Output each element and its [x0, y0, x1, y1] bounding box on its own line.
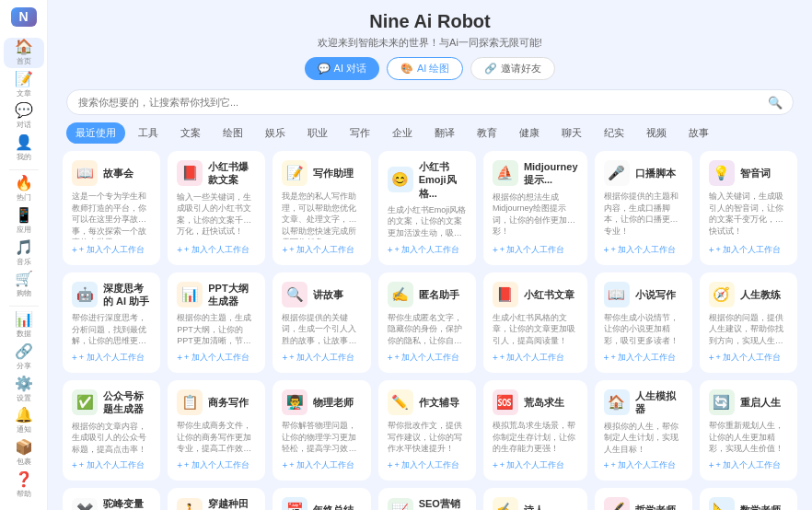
invite-button[interactable]: 🔗 邀请好友	[470, 57, 555, 80]
cat-tab-8[interactable]: 翻译	[425, 122, 464, 144]
card-footer[interactable]: + + 加入个人工作台	[388, 352, 467, 364]
card-20[interactable]: 🔄 重启人生 帮你重新规划人生，让你的人生更加精彩，实现人生价值！ + + 加入…	[700, 380, 797, 481]
card-footer[interactable]: + + 加入个人工作台	[177, 459, 256, 471]
cat-tab-2[interactable]: 文案	[171, 122, 210, 144]
card-footer[interactable]: + + 加入个人工作台	[388, 244, 467, 256]
sidebar-item-notify[interactable]: 🔔 通知	[4, 407, 44, 437]
cat-tab-7[interactable]: 企业	[383, 122, 422, 144]
card-footer[interactable]: + + 加入个人工作台	[604, 352, 683, 364]
card-footer-label: + 加入个人工作台	[79, 352, 145, 364]
card-21[interactable]: ✖️ 驼峰变量名器 帮你生成驼峰变量名，让你的代码更加规范，提高代码质量！ + …	[63, 488, 160, 510]
cat-tab-4[interactable]: 娱乐	[256, 122, 295, 144]
ai-chat-button[interactable]: 💬 AI 对话	[305, 57, 379, 80]
cat-tab-3[interactable]: 绘图	[214, 122, 252, 144]
sidebar-item-shop[interactable]: 🛒 购物	[4, 270, 44, 300]
card-footer[interactable]: + + 加入个人工作台	[72, 352, 151, 364]
cat-tab-6[interactable]: 写作	[341, 122, 379, 144]
card-27[interactable]: 📐 数学老师 帮你解答数学问题，让你的数学学习更加轻松，提高学习效率！ + + …	[700, 488, 797, 510]
card-footer[interactable]: + + 加入个人工作台	[72, 244, 151, 256]
card-10[interactable]: ✍️ 匿名助手 帮你生成匿名文字，隐藏你的身份，保护你的隐私，让你自由表达！ +…	[378, 272, 476, 373]
cat-tab-14[interactable]: 故事	[679, 122, 718, 144]
cat-tab-0[interactable]: 最近使用	[66, 122, 125, 144]
cat-tab-5[interactable]: 职业	[298, 122, 337, 144]
search-input[interactable]	[66, 89, 794, 115]
card-15[interactable]: 📋 商务写作 帮你生成商务文件，让你的商务写作更加专业，提高工作效率！ + + …	[168, 380, 265, 481]
card-4[interactable]: ⛵ Midjourney提示... 根据你的想法生成Midjourney绘图提示…	[483, 151, 587, 265]
sidebar-item-article[interactable]: 📝 文章	[4, 70, 44, 100]
card-icon: 😊	[388, 167, 413, 192]
card-icon: 📅	[282, 497, 307, 510]
card-8[interactable]: 📊 PPT大纲生成器 根据你的主题，生成PPT大纲，让你的PPT更加清晰，节省时…	[168, 272, 265, 373]
card-footer[interactable]: + + 加入个人工作台	[493, 459, 578, 471]
card-25[interactable]: ✍️ 诗人 帮你生成诗歌，让你的文字更加优美，提高文学修养！ + + 加入个人工…	[483, 488, 587, 510]
card-17[interactable]: ✏️ 作文辅导 帮你批改作文，提供写作建议，让你的写作水平快速提升！ + + 加…	[378, 380, 476, 481]
card-5[interactable]: 🎤 口播脚本 根据你提供的主题和内容，生成口播脚本，让你的口播更加专业！ + +…	[595, 151, 692, 265]
card-desc: 根据你的想法生成Midjourney绘图提示词，让你的创作更加精彩！	[493, 191, 578, 239]
card-18[interactable]: 🆘 荒岛求生 模拟荒岛求生场景，帮你制定生存计划，让你的生存能力更强！ + + …	[483, 380, 587, 481]
sidebar-item-app[interactable]: 📱 应用	[4, 206, 44, 237]
card-14[interactable]: ✅ 公众号标题生成器 根据你的文章内容，生成吸引人的公众号标题，提高点击率！ +…	[63, 380, 160, 481]
cat-tab-12[interactable]: 纪实	[595, 122, 633, 144]
card-footer[interactable]: + + 加入个人工作台	[709, 459, 788, 471]
sidebar-item-home[interactable]: 🏠 首页	[4, 38, 44, 68]
cat-tab-13[interactable]: 视频	[637, 122, 676, 144]
card-footer[interactable]: + + 加入个人工作台	[709, 244, 788, 256]
card-3[interactable]: 😊 小红书Emoji风格... 生成小红书Emoji风格的文案，让你的文案更加活…	[378, 151, 476, 265]
sidebar-item-settings[interactable]: ⚙️ 设置	[4, 375, 44, 405]
sidebar-item-pkg[interactable]: 📦 包裹	[4, 438, 44, 469]
card-footer-label: + 加入个人工作台	[79, 459, 145, 471]
card-desc: 我是您的私人写作助理，可以帮助您优化文章、处理文字，可以帮助您快速完成所需写作任…	[282, 191, 361, 239]
cat-tab-11[interactable]: 聊天	[552, 122, 591, 144]
card-footer[interactable]: + + 加入个人工作台	[282, 459, 361, 471]
card-11[interactable]: 📕 小红书文章 生成小红书风格的文章，让你的文章更加吸引人，提高阅读量！ + +…	[483, 272, 587, 373]
card-9[interactable]: 🔍 讲故事 根据你提供的关键词，生成一个引人入胜的故事，让故事情节更加精彩！ +…	[273, 272, 370, 373]
sidebar-item-share[interactable]: 🔗 分享	[4, 342, 44, 373]
card-0[interactable]: 📖 故事会 这是一个专为学生和教师打造的平台，你可以在这里分享故事，每次探索一个…	[63, 151, 160, 265]
sidebar-divider-1	[9, 169, 39, 170]
card-2[interactable]: 📝 写作助理 我是您的私人写作助理，可以帮助您优化文章、处理文字，可以帮助您快速…	[273, 151, 370, 265]
card-24[interactable]: 📈 SEO营销专家 帮你生成SEO文章，让你的网站排名更高，提高流量！ + + …	[378, 488, 476, 510]
plus-icon: +	[493, 353, 498, 363]
card-icon: 📖	[72, 160, 98, 186]
card-footer-label: + 加入个人工作台	[184, 352, 249, 364]
card-footer[interactable]: + + 加入个人工作台	[493, 352, 578, 364]
card-22[interactable]: 🚶 穿越种田模拟 模拟穿越种田场景，帮你制定种田计划，让你的种田生活更加精彩！ …	[168, 488, 265, 510]
card-12[interactable]: 📖 小说写作 帮你生成小说情节，让你的小说更加精彩，吸引更多读者！ + + 加入…	[595, 272, 692, 373]
card-footer[interactable]: + + 加入个人工作台	[604, 459, 683, 471]
sidebar-item-data[interactable]: 📊 数据	[4, 310, 44, 341]
card-footer[interactable]: + + 加入个人工作台	[177, 244, 256, 256]
card-desc: 帮你解答物理问题，让你的物理学习更加轻松，提高学习效率！	[282, 420, 361, 455]
card-6[interactable]: 💡 智音词 输入关键词，生成吸引人的智音词，让你的文案千变万化，赶快试试！ + …	[700, 151, 797, 265]
card-19[interactable]: 🏠 人生模拟器 模拟你的人生，帮你制定人生计划，实现人生目标！ + + 加入个人…	[595, 380, 692, 481]
card-footer[interactable]: + + 加入个人工作台	[177, 352, 256, 364]
card-23[interactable]: 📅 年终总结 帮你生成年终总结，让你的工作更加出色，提高工作效率！ + + 加入…	[273, 488, 370, 510]
card-footer[interactable]: + + 加入个人工作台	[72, 459, 151, 471]
cat-tab-1[interactable]: 工具	[129, 122, 168, 144]
sidebar-item-music[interactable]: 🎵 音乐	[4, 238, 44, 269]
card-footer[interactable]: + + 加入个人工作台	[709, 352, 788, 364]
card-1[interactable]: 📕 小红书爆款文案 输入一些关键词，生成吸引人的小红书文案，让你的文案千变万化，…	[168, 151, 265, 265]
card-13[interactable]: 🧭 人生教练 根据你的问题，提供人生建议，帮助你找到方向，实现人生价值！ + +…	[700, 272, 797, 373]
app-logo: N	[11, 7, 37, 27]
card-16[interactable]: 👨‍🏫 物理老师 帮你解答物理问题，让你的物理学习更加轻松，提高学习效率！ + …	[273, 380, 370, 481]
card-footer[interactable]: + + 加入个人工作台	[282, 244, 361, 256]
card-26[interactable]: 🖋️ 哲学老师 帮你解答哲学问题，让你的思维更加深刻，提高哲学素养！ + + 加…	[595, 488, 692, 510]
card-footer[interactable]: + + 加入个人工作台	[493, 244, 578, 256]
card-icon: ✏️	[388, 389, 413, 415]
card-title: 智音词	[740, 167, 771, 180]
cat-tab-9[interactable]: 教育	[468, 122, 506, 144]
sidebar-item-chat[interactable]: 💬 对话	[4, 102, 44, 133]
card-desc: 模拟荒岛求生场景，帮你制定生存计划，让你的生存能力更强！	[493, 420, 578, 455]
ai-draw-button[interactable]: 🎨 AI 绘图	[387, 57, 463, 80]
sidebar-item-profile[interactable]: 👤 我的	[4, 133, 44, 164]
sidebar-item-hot[interactable]: 🔥 热门	[4, 174, 44, 204]
card-footer[interactable]: + + 加入个人工作台	[604, 244, 683, 256]
card-icon: 🚶	[177, 498, 203, 510]
card-footer[interactable]: + + 加入个人工作台	[282, 352, 361, 364]
cat-tab-10[interactable]: 健康	[510, 122, 549, 144]
card-header: 📈 SEO营销专家	[388, 497, 467, 510]
card-footer[interactable]: + + 加入个人工作台	[388, 459, 467, 471]
card-header: 😊 小红书Emoji风格...	[388, 160, 467, 200]
card-7[interactable]: 🤖 深度思考的 AI 助手 帮你进行深度思考，分析问题，找到最优解，让你的思维更…	[63, 272, 160, 373]
sidebar-item-help[interactable]: ❓ 帮助	[4, 470, 44, 501]
